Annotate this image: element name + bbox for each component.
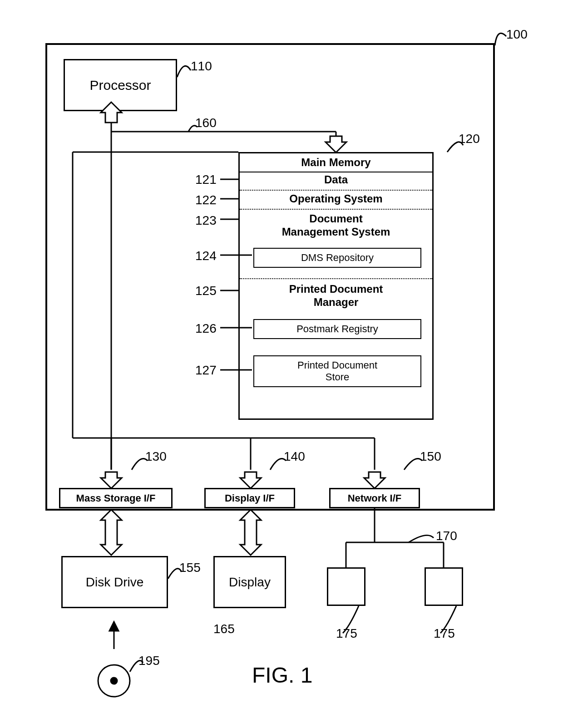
ref-195: 195 (138, 654, 160, 668)
data-label: Data (240, 173, 432, 186)
ref-175a: 175 (336, 626, 357, 641)
ref-126: 126 (195, 321, 217, 336)
ref-110: 110 (191, 59, 212, 74)
svg-point-20 (111, 678, 117, 684)
ref-140: 140 (284, 449, 305, 464)
ref-175b: 175 (434, 626, 455, 641)
pd-store-label: Printed Document Store (297, 359, 377, 384)
ref-123: 123 (195, 213, 217, 228)
svg-point-19 (98, 665, 130, 697)
network-if-box: Network I/F (329, 488, 420, 508)
svg-marker-18 (109, 622, 119, 631)
display-if-box: Display I/F (204, 488, 295, 508)
figure-label: FIG. 1 (252, 663, 312, 688)
ref-127: 127 (195, 363, 217, 378)
disk-drive-box: Disk Drive (61, 556, 168, 608)
display-if-label: Display I/F (225, 492, 275, 504)
mass-storage-box: Mass Storage I/F (59, 488, 173, 508)
postmark-box: Postmark Registry (253, 319, 421, 339)
ref-165: 165 (213, 622, 235, 636)
os-label: Operating System (240, 192, 432, 205)
postmark-label: Postmark Registry (296, 323, 378, 335)
ref-121: 121 (195, 172, 217, 187)
dms-repo-box: DMS Repository (253, 248, 421, 268)
ref-150: 150 (420, 449, 441, 464)
ref-170: 170 (436, 529, 457, 543)
dms-label: Document Management System (240, 212, 432, 239)
diagram-canvas: Processor Main Memory Data Operating Sys… (0, 0, 563, 728)
dms-repo-label: DMS Repository (301, 252, 374, 264)
network-node-1 (327, 567, 365, 606)
ref-122: 122 (195, 193, 217, 207)
ref-125: 125 (195, 284, 217, 298)
main-memory-box: Main Memory Data Operating System Docume… (238, 152, 434, 420)
network-if-label: Network I/F (348, 492, 402, 504)
ref-124: 124 (195, 249, 217, 263)
ref-120: 120 (459, 132, 480, 146)
processor-box: Processor (64, 59, 177, 111)
pd-store-box: Printed Document Store (253, 355, 421, 387)
processor-label: Processor (89, 78, 151, 93)
ref-130: 130 (145, 449, 167, 464)
ref-155: 155 (179, 561, 201, 575)
display-box: Display (213, 556, 286, 608)
disk-drive-label: Disk Drive (86, 575, 144, 590)
ref-160: 160 (195, 116, 217, 130)
network-node-2 (425, 567, 463, 606)
pdm-label: Printed Document Manager (240, 283, 432, 309)
main-memory-label: Main Memory (240, 156, 432, 169)
display-label: Display (229, 575, 271, 590)
ref-100: 100 (506, 27, 528, 42)
mass-storage-label: Mass Storage I/F (76, 492, 156, 504)
